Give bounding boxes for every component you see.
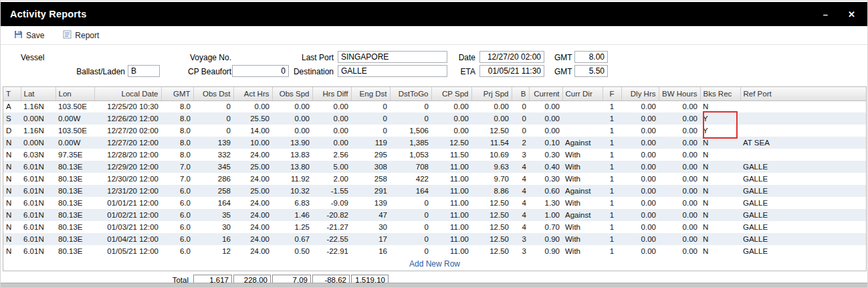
cell[interactable]: 12.50 — [431, 137, 471, 149]
cell[interactable]: 6.03N — [21, 149, 56, 161]
cell[interactable]: 13.83 — [272, 149, 312, 161]
minimize-icon[interactable]: – — [823, 10, 828, 19]
cell[interactable]: 0.00 — [233, 100, 272, 113]
cell[interactable]: 16 — [351, 245, 390, 257]
table-row[interactable]: N6.01N80.13E01/03/21 12:006.03024.001.25… — [3, 221, 866, 233]
cell[interactable]: 0.00 — [529, 113, 562, 125]
cell[interactable]: 10.69 — [471, 149, 512, 161]
cell[interactable]: 0.00 — [659, 100, 700, 113]
cell[interactable]: 0.00W — [56, 113, 94, 125]
cell[interactable]: 0.40 — [529, 161, 562, 173]
cell[interactable]: 291 — [351, 185, 390, 197]
cell[interactable]: 0.90 — [529, 233, 562, 245]
cell[interactable]: -22.91 — [312, 245, 351, 257]
cell[interactable]: 1 — [603, 185, 621, 197]
cell[interactable]: 0.00N — [21, 113, 56, 125]
cell[interactable]: 24.00 — [233, 221, 272, 233]
cell[interactable]: 6.01N — [21, 173, 56, 185]
cell[interactable]: 6.01N — [21, 161, 56, 173]
cell[interactable]: 1 — [603, 245, 621, 257]
cell[interactable]: 0.00 — [471, 113, 512, 125]
cell[interactable]: 12/27/20 12:00 — [94, 137, 161, 149]
cell[interactable]: N — [700, 233, 740, 245]
cell[interactable]: 258 — [193, 185, 233, 197]
cell[interactable]: 164 — [390, 185, 431, 197]
cell[interactable]: 6.0 — [161, 185, 193, 197]
table-row[interactable]: N6.01N80.13E12/30/20 12:007.028624.0011.… — [3, 173, 866, 185]
cell[interactable]: 1.46 — [272, 209, 312, 221]
cell[interactable]: 80.13E — [56, 173, 94, 185]
table-row[interactable]: A1.16N103.50E12/25/20 10:308.000.000.000… — [3, 100, 866, 113]
cell[interactable]: AT SEA — [740, 137, 866, 149]
cell[interactable]: 0.30 — [529, 149, 562, 161]
cell[interactable]: N — [700, 245, 740, 257]
gmt-field-2[interactable] — [574, 65, 608, 77]
cell[interactable]: 6.01N — [21, 197, 56, 209]
cell[interactable]: 6.01N — [21, 245, 56, 257]
cell[interactable]: 3 — [512, 149, 529, 161]
cell[interactable]: N — [700, 137, 740, 149]
cell[interactable]: 0.00 — [621, 197, 659, 209]
cell[interactable]: 0.00 — [621, 137, 659, 149]
cell[interactable]: With — [562, 233, 603, 245]
cell[interactable]: 2.56 — [312, 149, 351, 161]
cell[interactable]: 422 — [390, 173, 431, 185]
cell[interactable]: 0 — [390, 113, 431, 125]
cell[interactable]: 9.70 — [471, 173, 512, 185]
cell[interactable]: GALLE — [740, 233, 866, 245]
cell[interactable]: N — [3, 197, 21, 209]
cell[interactable]: 11.92 — [272, 173, 312, 185]
cell[interactable]: 0.60 — [529, 185, 562, 197]
cell[interactable]: 0.30 — [529, 173, 562, 185]
cell[interactable]: N — [700, 221, 740, 233]
cell[interactable]: 01/05/21 12:00 — [94, 245, 161, 257]
cell[interactable]: 0 — [390, 209, 431, 221]
cell[interactable] — [740, 113, 866, 125]
cell[interactable]: 1 — [603, 125, 621, 137]
cell[interactable]: 11.54 — [471, 137, 512, 149]
cell[interactable]: 6.01N — [21, 209, 56, 221]
cell[interactable]: -20.82 — [312, 209, 351, 221]
last-port-field[interactable] — [338, 51, 447, 63]
cell[interactable]: GALLE — [740, 209, 866, 221]
cell[interactable]: 13.90 — [272, 137, 312, 149]
cell[interactable]: GALLE — [740, 161, 866, 173]
cell[interactable]: 8.86 — [471, 185, 512, 197]
cell[interactable]: 12.50 — [471, 233, 512, 245]
cell[interactable]: 0.00 — [621, 209, 659, 221]
cell[interactable]: 12 — [193, 245, 233, 257]
cell[interactable]: 12.50 — [471, 197, 512, 209]
cell[interactable]: 0.90 — [529, 245, 562, 257]
cell[interactable]: 0 — [512, 100, 529, 113]
cell[interactable]: 13.80 — [272, 161, 312, 173]
gmt-field-1[interactable] — [574, 51, 608, 63]
cell[interactable]: N — [700, 185, 740, 197]
cell[interactable]: 1.30 — [529, 197, 562, 209]
cell[interactable]: With — [562, 197, 603, 209]
cell[interactable]: 24.00 — [233, 209, 272, 221]
cell[interactable]: 80.13E — [56, 185, 94, 197]
cell[interactable]: 0.00 — [621, 113, 659, 125]
cell[interactable]: 1 — [603, 173, 621, 185]
cell[interactable]: 0.00 — [659, 161, 700, 173]
cell[interactable]: 97.35E — [56, 149, 94, 161]
cell[interactable]: 12/26/20 12:00 — [94, 113, 161, 125]
cell[interactable]: 4 — [512, 185, 529, 197]
cell[interactable]: 6.0 — [161, 233, 193, 245]
cell[interactable]: 0.00 — [312, 100, 351, 113]
cell[interactable]: N — [3, 173, 21, 185]
cell[interactable]: 0.00 — [312, 137, 351, 149]
cell[interactable]: -9.09 — [312, 197, 351, 209]
cell[interactable]: GALLE — [740, 185, 866, 197]
cell[interactable]: 0.00 — [621, 100, 659, 113]
cell[interactable]: 6.83 — [272, 197, 312, 209]
cell[interactable]: 1 — [603, 113, 621, 125]
add-new-row-link[interactable]: Add New Row — [3, 257, 866, 271]
cell[interactable]: 0.00 — [659, 173, 700, 185]
cell[interactable]: N — [700, 197, 740, 209]
cell[interactable]: 0.00 — [431, 100, 471, 113]
cell[interactable]: N — [3, 245, 21, 257]
cell[interactable]: 8.0 — [161, 113, 193, 125]
cell[interactable]: 7.0 — [161, 161, 193, 173]
cell[interactable]: 14.00 — [233, 125, 272, 137]
